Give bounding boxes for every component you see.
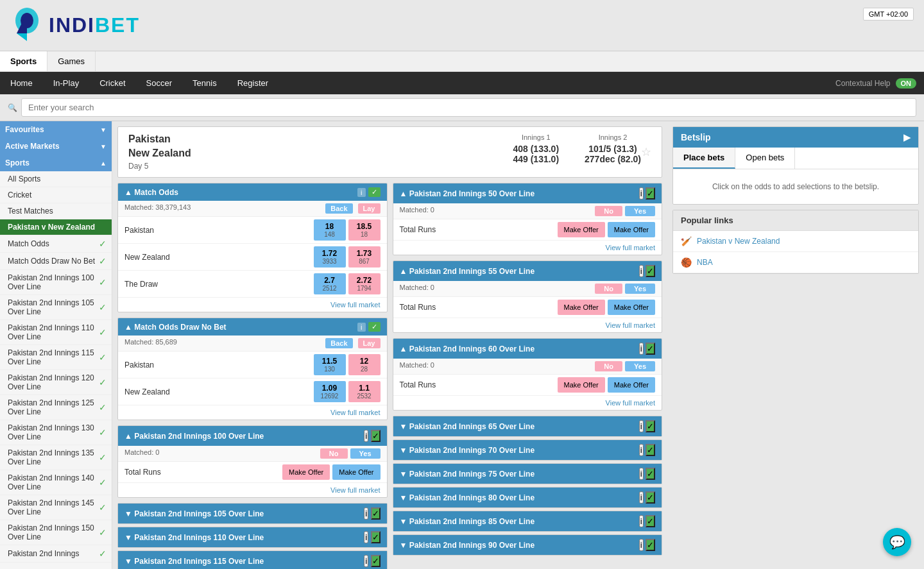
market-85-header[interactable]: ▼ Pakistan 2nd Innings 85 Over Line i ✓ [393,511,662,531]
market-75-header[interactable]: ▼ Pakistan 2nd Innings 75 Over Line i ✓ [393,464,662,484]
110-check-btn[interactable]: ✓ [371,531,381,543]
market-100-header[interactable]: ▲ Pakistan 2nd Innings 100 Over Line i ✓ [118,426,387,446]
nav-soccer[interactable]: Soccer [136,72,182,94]
market-110-header[interactable]: ▼ Pakistan 2nd Innings 110 Over Line i ✓ [118,527,387,547]
view-full-55[interactable]: View full market [393,318,662,332]
search-input[interactable] [21,98,916,117]
100-yes-btn[interactable]: Make Offer [332,464,380,480]
market-105-header[interactable]: ▼ Pakistan 2nd Innings 105 Over Line i ✓ [118,504,387,523]
chat-button[interactable]: 💬 [883,528,911,556]
70-info-btn[interactable]: i [639,444,644,456]
draw-info-btn[interactable]: i [357,323,365,332]
view-full-match-odds[interactable]: View full market [118,298,387,312]
back-btn-draw[interactable]: 2.7 2512 [314,273,346,294]
market-draw-no-bet-header[interactable]: ▲ Match Odds Draw No Bet i ✓ [118,318,387,335]
market-90-header[interactable]: ▼ Pakistan 2nd Innings 90 Over Line i ✓ [393,535,662,555]
sidebar-item-pakistan-nz[interactable]: Pakistan v New Zealand [0,219,112,235]
draw-lay-pakistan[interactable]: 12 28 [348,354,381,375]
sidebar-item-test-matches[interactable]: Test Matches [0,203,112,219]
sidebar-market-125[interactable]: Pakistan 2nd Innings 125 Over Line ✓ [0,395,112,420]
50-info-btn[interactable]: i [639,187,644,200]
sidebar-market-match-odds-draw[interactable]: Match Odds Draw No Bet ✓ [0,253,112,270]
sidebar-market-120[interactable]: Pakistan 2nd Innings 120 Over Line ✓ [0,370,112,395]
55-info-btn[interactable]: i [639,265,644,277]
85-info-btn[interactable]: i [639,515,644,527]
contextual-help-toggle[interactable]: ON [896,78,917,89]
60-yes-btn[interactable]: Make Offer [608,377,655,393]
50-no-btn[interactable]: Make Offer [558,222,605,237]
80-check-btn[interactable]: ✓ [646,491,655,504]
tab-open-bets[interactable]: Open bets [735,148,795,169]
nav-tennis[interactable]: Tennis [182,72,227,94]
tab-games[interactable]: Games [47,51,96,71]
sidebar-active-markets[interactable]: Active Markets ▼ [0,138,112,155]
105-check-btn[interactable]: ✓ [371,507,381,520]
list-item[interactable]: 🏏 Pakistan v New Zealand [673,231,918,252]
75-info-btn[interactable]: i [639,468,644,480]
tab-place-bets[interactable]: Place bets [673,148,735,169]
60-no-btn[interactable]: Make Offer [558,377,605,393]
sidebar-market-150[interactable]: Pakistan 2nd Innings 150 Over Line ✓ [0,520,112,545]
60-info-btn[interactable]: i [639,343,644,355]
lay-btn-pakistan[interactable]: 18.5 18 [348,219,381,241]
view-full-100[interactable]: View full market [118,483,387,497]
55-check-btn[interactable]: ✓ [646,265,655,277]
115-info-btn[interactable]: i [364,555,368,567]
market-50-header[interactable]: ▲ Pakistan 2nd Innings 50 Over Line i ✓ [393,183,662,203]
view-full-50[interactable]: View full market [393,241,662,255]
65-info-btn[interactable]: i [639,420,644,432]
60-check-btn[interactable]: ✓ [646,343,655,355]
110-info-btn[interactable]: i [364,531,368,543]
sidebar-sports[interactable]: Sports ▲ [0,155,112,171]
market-65-header[interactable]: ▼ Pakistan 2nd Innings 65 Over Line i ✓ [393,416,662,436]
sidebar-market-100[interactable]: Pakistan 2nd Innings 100 Over Line ✓ [0,270,112,295]
view-full-60[interactable]: View full market [393,396,662,410]
market-match-odds-header[interactable]: ▲ Match Odds i ✓ [118,183,387,201]
market-info-btn[interactable]: i [357,188,365,197]
sidebar-market-130[interactable]: Pakistan 2nd Innings 130 Over Line ✓ [0,420,112,445]
timezone[interactable]: GMT +02:00 [863,8,914,21]
sidebar-favourites[interactable]: Favourites ▼ [0,121,112,138]
list-item[interactable]: 🏀 NBA [673,252,918,273]
55-no-btn[interactable]: Make Offer [558,300,605,315]
50-check-btn[interactable]: ✓ [646,187,655,200]
sidebar-market-match-odds[interactable]: Match Odds ✓ [0,235,112,253]
sidebar-market-115[interactable]: Pakistan 2nd Innings 115 Over Line ✓ [0,345,112,370]
market-55-header[interactable]: ▲ Pakistan 2nd Innings 55 Over Line i ✓ [393,261,662,281]
market-80-header[interactable]: ▼ Pakistan 2nd Innings 80 Over Line i ✓ [393,488,662,507]
70-check-btn[interactable]: ✓ [646,444,655,456]
draw-check-btn[interactable]: ✓ [368,322,381,332]
market-70-header[interactable]: ▼ Pakistan 2nd Innings 70 Over Line i ✓ [393,440,662,460]
nav-register[interactable]: Register [227,72,278,94]
100-check-btn[interactable]: ✓ [371,430,381,442]
sidebar-market-105[interactable]: Pakistan 2nd Innings 105 Over Line ✓ [0,295,112,320]
draw-lay-nz[interactable]: 1.1 2532 [348,381,381,402]
nav-home[interactable]: Home [0,72,43,94]
100-info-btn[interactable]: i [364,430,368,442]
sidebar-market-135[interactable]: Pakistan 2nd Innings 135 Over Line ✓ [0,445,112,470]
75-check-btn[interactable]: ✓ [646,468,655,480]
draw-back-pakistan[interactable]: 11.5 130 [314,354,346,375]
sidebar-market-145[interactable]: Pakistan 2nd Innings 145 Over Line ✓ [0,495,112,520]
115-check-btn[interactable]: ✓ [371,555,381,567]
market-60-header[interactable]: ▲ Pakistan 2nd Innings 60 Over Line i ✓ [393,339,662,359]
105-info-btn[interactable]: i [364,507,368,520]
90-check-btn[interactable]: ✓ [646,539,655,551]
sidebar-item-all-sports[interactable]: All Sports [0,171,112,187]
65-check-btn[interactable]: ✓ [646,420,655,432]
80-info-btn[interactable]: i [639,491,644,504]
tab-sports[interactable]: Sports [0,51,47,71]
100-no-btn[interactable]: Make Offer [282,464,330,480]
55-yes-btn[interactable]: Make Offer [608,300,655,315]
market-115-header[interactable]: ▼ Pakistan 2nd Innings 115 Over Line i ✓ [118,551,387,569]
nav-inplay[interactable]: In-Play [43,72,89,94]
sidebar-market-140[interactable]: Pakistan 2nd Innings 140 Over Line ✓ [0,470,112,495]
nav-cricket[interactable]: Cricket [89,72,135,94]
lay-btn-nz[interactable]: 1.73 867 [348,246,381,268]
85-check-btn[interactable]: ✓ [646,515,655,527]
90-info-btn[interactable]: i [639,539,644,551]
market-check-btn[interactable]: ✓ [368,187,381,197]
draw-back-nz[interactable]: 1.09 12692 [314,381,346,402]
sidebar-market-110[interactable]: Pakistan 2nd Innings 110 Over Line ✓ [0,320,112,345]
view-full-draw[interactable]: View full market [118,405,387,420]
